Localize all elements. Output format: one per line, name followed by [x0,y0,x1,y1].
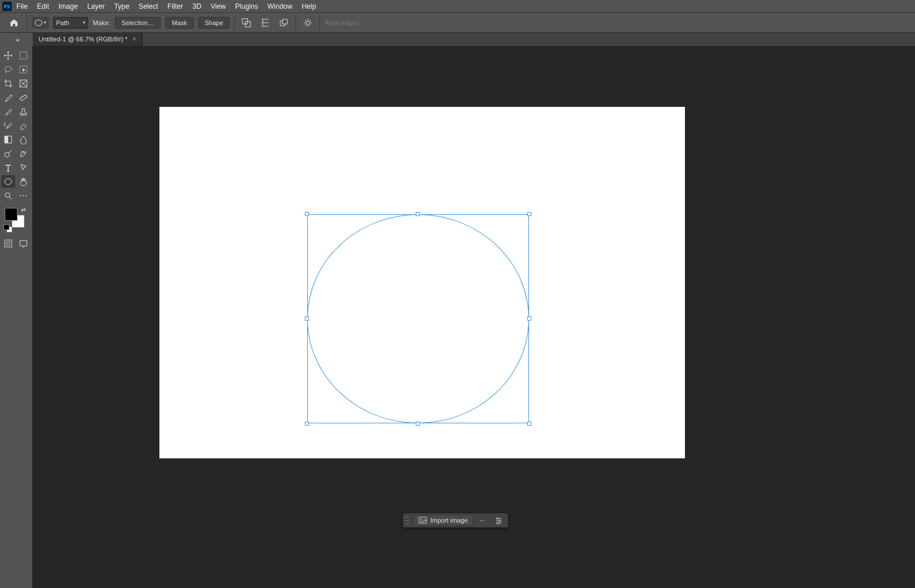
color-swatches: ⇄ [1,207,29,230]
eraser-tool[interactable] [16,119,30,132]
path-selection-tool[interactable] [16,161,30,174]
screen-mode-button[interactable] [16,237,30,250]
arrange-icon [279,18,288,27]
svg-rect-9 [20,80,27,87]
document-tab[interactable]: Untitled-1 @ 66.7% (RGB/8#) * × [33,32,142,46]
svg-rect-12 [5,136,8,143]
svg-point-15 [5,193,10,197]
make-shape-button[interactable]: Shape [199,17,230,29]
zoom-tool[interactable] [1,189,15,202]
blur-tool[interactable] [16,133,30,146]
more-options-button[interactable]: ··· [475,514,489,526]
foreground-color-swatch[interactable] [5,208,18,221]
transform-handle-bl[interactable] [305,422,309,426]
menu-3d[interactable]: 3D [187,1,206,12]
canvas-viewport[interactable]: Import image ··· [33,47,915,588]
move-tool[interactable] [1,49,15,62]
import-image-label: Import image [430,517,468,524]
menu-edit[interactable]: Edit [32,1,54,12]
bar-properties-button[interactable] [492,514,506,526]
drag-grip-icon[interactable] [405,515,409,526]
edit-toolbar-button[interactable]: ⋯ [16,189,30,202]
path-ops-icon [242,18,251,27]
menu-help[interactable]: Help [297,1,321,12]
svg-point-23 [497,523,499,524]
crop-tool[interactable] [1,77,15,90]
menu-view[interactable]: View [206,1,231,12]
gradient-icon [4,135,13,144]
frame-tool[interactable] [16,77,30,90]
swap-colors-icon[interactable]: ⇄ [21,207,26,213]
ellipse-tool[interactable] [1,175,15,188]
transform-handle-tm[interactable] [416,212,420,216]
svg-point-13 [5,152,9,157]
bandaid-icon [19,93,28,102]
align-edges-checkbox[interactable]: Align Edges [325,19,359,26]
make-selection-button[interactable]: Selection… [115,17,161,29]
tab-strip-row: ◂◂ Untitled-1 @ 66.7% (RGB/8#) * × [0,33,915,47]
healing-brush-tool[interactable] [16,91,30,104]
pen-tool[interactable] [16,147,30,160]
dodge-tool[interactable] [1,147,15,160]
screenmode-icon [19,239,28,248]
menu-select[interactable]: Select [134,1,162,12]
make-mask-button[interactable]: Mask [165,17,193,29]
menu-plugins[interactable]: Plugins [231,1,263,12]
stamp-icon [19,107,28,116]
gradient-tool[interactable] [1,133,15,146]
menu-file[interactable]: File [12,1,32,12]
svg-point-17 [6,242,10,245]
menu-window[interactable]: Window [263,1,297,12]
sliders-icon [495,516,503,524]
type-tool[interactable] [1,161,15,174]
brush-tool[interactable] [1,105,15,118]
menu-bar: Ps File Edit Image Layer Type Select Fil… [0,0,915,13]
import-image-button[interactable]: Import image [413,514,473,526]
document-tab-strip: Untitled-1 @ 66.7% (RGB/8#) * × [33,33,915,47]
transform-handle-bm[interactable] [416,422,420,426]
svg-rect-18 [20,241,27,246]
dots-icon: ⋯ [19,191,27,200]
menu-image[interactable]: Image [54,1,82,12]
svg-point-7 [5,67,12,71]
close-icon[interactable]: × [132,35,136,43]
eraser-icon [19,121,28,130]
hand-icon [19,177,28,186]
transform-handle-br[interactable] [527,422,531,426]
transform-handle-tr[interactable] [527,212,531,216]
clone-stamp-tool[interactable] [16,105,30,118]
pick-tool-mode-dropdown[interactable]: Path ▾ [53,17,88,29]
default-colors-button[interactable] [4,224,9,230]
path-arrangement-button[interactable] [277,16,291,30]
eyedropper-tool[interactable] [1,91,15,104]
eyedropper-icon [4,93,13,102]
transform-handle-mr[interactable] [527,316,531,321]
quick-mask-mode-button[interactable] [1,237,15,250]
svg-point-21 [497,518,499,520]
additional-options-button[interactable] [301,16,315,30]
rectangular-marquee-tool[interactable] [16,49,30,62]
tool-preset-picker[interactable]: ▾ [32,17,48,29]
menu-filter[interactable]: Filter [163,1,188,12]
path-bounding-box[interactable] [307,214,529,423]
contextual-task-bar[interactable]: Import image ··· [402,513,509,528]
home-button[interactable] [6,15,22,31]
app-logo: Ps [2,2,12,11]
transform-handle-tl[interactable] [305,212,309,216]
history-brush-tool[interactable] [1,119,15,132]
image-icon [419,516,427,524]
tools-panel: ⋯ ⇄ [0,47,33,588]
hand-tool[interactable] [16,175,30,188]
collapse-icon: ◂◂ [15,37,18,43]
svg-rect-16 [5,240,12,247]
toolbar-collapse[interactable]: ◂◂ [0,33,33,47]
path-alignment-button[interactable] [258,16,272,30]
lasso-tool[interactable] [1,63,15,76]
transform-handle-ml[interactable] [305,316,309,321]
object-selection-tool[interactable] [16,63,30,76]
path-operations-button[interactable] [239,16,253,30]
ellipse-path[interactable] [307,214,529,423]
menu-layer[interactable]: Layer [82,1,109,12]
menu-type[interactable]: Type [109,1,134,12]
home-icon [9,18,19,27]
